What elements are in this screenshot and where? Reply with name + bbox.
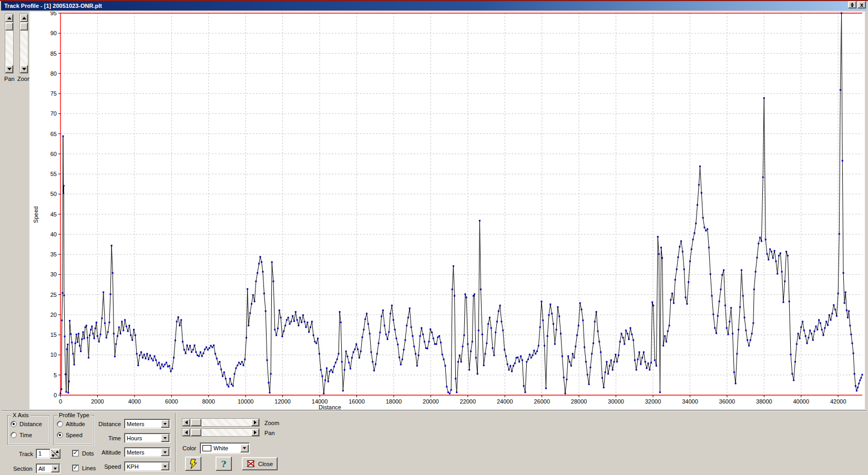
altitude-unit-combobox[interactable]: Meters (124, 447, 170, 457)
dropdown-button[interactable] (161, 462, 169, 470)
radio-profile-altitude[interactable]: Altitude (57, 421, 85, 427)
svg-text:90: 90 (50, 30, 57, 36)
radio-x-axis-distance[interactable]: Distance (11, 421, 42, 427)
distance-unit-value: Meters (125, 421, 161, 427)
dropdown-button[interactable] (51, 464, 59, 472)
pan-horizontal-scrollbar[interactable] (182, 428, 260, 437)
altitude-unit-value: Meters (125, 449, 161, 456)
speed-unit-combobox[interactable]: KPH (124, 461, 170, 471)
section-combobox[interactable]: All (36, 463, 60, 473)
speed-unit-value: KPH (125, 463, 161, 470)
svg-text:34000: 34000 (682, 398, 698, 405)
svg-text:4000: 4000 (128, 398, 141, 405)
spin-down-icon (52, 455, 55, 457)
svg-text:45: 45 (50, 211, 57, 218)
svg-text:5: 5 (54, 372, 57, 378)
close-button[interactable]: Close (242, 457, 278, 470)
svg-text:32000: 32000 (645, 398, 661, 405)
altitude-unit-label: Altitude (84, 449, 121, 456)
svg-text:10000: 10000 (238, 398, 254, 405)
pan-vertical-scrollbar[interactable] (5, 14, 14, 74)
distance-unit-combobox[interactable]: Meters (124, 419, 170, 429)
pan-h-thumb[interactable] (191, 429, 201, 436)
section-value: All (36, 466, 51, 472)
zoom-right-button[interactable] (251, 419, 259, 426)
radio-icon[interactable] (57, 421, 63, 427)
color-label: Color (182, 445, 196, 451)
zoom-horizontal-scrollbar[interactable] (182, 418, 260, 427)
pan-hscrollbar-label: Pan (264, 430, 275, 436)
radio-icon[interactable] (11, 432, 17, 438)
arrow-right-icon (254, 420, 257, 425)
time-unit-combobox[interactable]: Hours (124, 433, 170, 443)
lines-checkbox[interactable]: ✓ (72, 464, 79, 471)
chevron-down-icon (164, 437, 167, 439)
svg-text:36000: 36000 (719, 398, 736, 405)
pan-left-button[interactable] (182, 429, 190, 436)
radio-profile-speed[interactable]: Speed (57, 432, 83, 438)
track-label: Track (19, 451, 33, 457)
zoom-up-button[interactable] (20, 14, 28, 22)
zoom-vertical-scrollbar[interactable] (19, 14, 28, 74)
track-profile-chart[interactable]: 0510152025303540455055606570758085909502… (29, 12, 865, 409)
help-button[interactable]: ? (216, 457, 232, 471)
speed-unit-label: Speed (84, 463, 121, 470)
svg-text:0: 0 (59, 398, 62, 405)
arrow-left-icon (185, 420, 188, 425)
track-input[interactable]: 1 (36, 449, 50, 459)
replot-button[interactable] (185, 457, 201, 471)
zoom-left-button[interactable] (182, 419, 190, 426)
svg-text:30000: 30000 (608, 398, 624, 405)
zoom-scrollbar-thumb[interactable] (20, 23, 28, 30)
svg-text:30: 30 (50, 271, 57, 277)
radio-x-axis-time[interactable]: Time (11, 432, 32, 438)
arrow-up-icon (22, 17, 26, 19)
track-spinner[interactable] (50, 449, 60, 459)
radio-icon[interactable] (57, 432, 63, 438)
svg-text:40000: 40000 (793, 398, 809, 405)
svg-text:Speed: Speed (33, 206, 39, 223)
svg-text:50: 50 (50, 191, 57, 197)
title-bar: Track Profile - [1] 20051023-ONR.plt (1, 1, 867, 11)
svg-text:6000: 6000 (165, 398, 178, 405)
svg-text:26000: 26000 (534, 398, 550, 405)
arrow-left-icon (185, 430, 188, 435)
x-axis-groupbox: X Axis (7, 415, 49, 445)
dots-checkbox[interactable]: ✓ (72, 450, 79, 457)
arrow-down-icon (22, 68, 26, 70)
svg-text:28000: 28000 (571, 398, 587, 405)
dropdown-button[interactable] (161, 420, 169, 428)
svg-text:24000: 24000 (497, 398, 513, 405)
radio-label: Distance (19, 421, 42, 427)
svg-text:16000: 16000 (349, 398, 365, 405)
color-combobox[interactable]: White (200, 442, 250, 454)
pan-up-button[interactable] (5, 14, 13, 22)
zoom-down-button[interactable] (20, 65, 28, 73)
window-title: Track Profile - [1] 20051023-ONR.plt (1, 3, 102, 9)
dropdown-button[interactable] (240, 445, 249, 452)
dropdown-button[interactable] (161, 434, 169, 442)
pan-scrollbar-label: Pan (4, 76, 15, 82)
svg-text:20000: 20000 (423, 398, 439, 405)
pan-scrollbar-thumb[interactable] (5, 23, 13, 30)
time-unit-value: Hours (125, 435, 161, 441)
zoom-h-thumb[interactable] (191, 419, 201, 426)
window-close-button[interactable]: x (857, 1, 866, 8)
close-icon: x (860, 2, 864, 8)
pan-down-button[interactable] (5, 65, 13, 73)
pan-right-button[interactable] (251, 429, 259, 436)
yellow-arrow-icon (189, 459, 198, 469)
arrow-down-icon (7, 68, 12, 70)
chevron-down-icon (164, 451, 167, 453)
profile-type-group-legend: Profile Type (57, 412, 91, 418)
panel-separator (175, 413, 176, 472)
close-button-label: Close (258, 461, 273, 467)
dropdown-button[interactable] (161, 448, 169, 456)
arrow-up-icon (7, 17, 12, 19)
svg-text:65: 65 (50, 131, 57, 137)
rollup-button[interactable] (848, 1, 856, 8)
color-swatch (202, 445, 211, 451)
svg-text:70: 70 (50, 110, 57, 117)
radio-label: Altitude (66, 421, 85, 427)
radio-icon[interactable] (11, 421, 17, 427)
